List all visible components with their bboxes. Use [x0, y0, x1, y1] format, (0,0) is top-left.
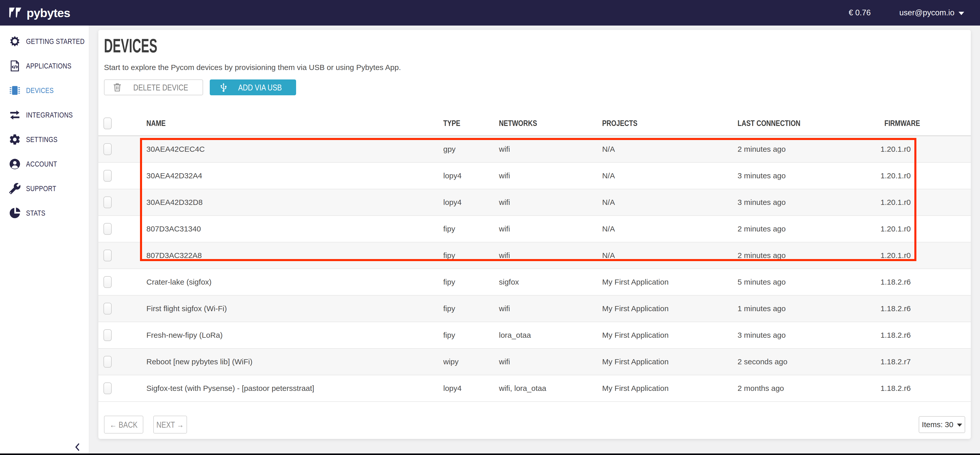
items-per-page-dropdown[interactable]: Items: 30 — [919, 416, 965, 433]
cell-last-connection: 2 minutes ago — [732, 145, 875, 154]
sidebar-item-settings[interactable]: SETTINGS — [0, 127, 89, 152]
pagination-bar: ← BACK NEXT → Items: 30 — [104, 416, 965, 434]
cell-projects: N/A — [597, 145, 732, 154]
cell-name: 30AEA42CEC4C — [141, 145, 438, 154]
column-header-type: TYPE — [438, 119, 494, 128]
sidebar-item-integrations[interactable]: INTEGRATIONS — [0, 103, 89, 127]
bottom-edge-strip — [0, 453, 980, 455]
user-menu[interactable]: user@pycom.io — [899, 8, 964, 18]
table-row[interactable]: 30AEA42CEC4C gpy wifi N/A 2 minutes ago … — [99, 136, 971, 163]
chevron-down-icon — [959, 12, 964, 15]
row-checkbox[interactable] — [103, 276, 111, 288]
actions-bar: DELETE DEVICE ADD VIA USB — [104, 80, 971, 95]
cell-type: fipy — [438, 251, 494, 260]
cell-name: Fresh-new-fipy (LoRa) — [141, 331, 438, 339]
cell-networks: wifi — [494, 304, 597, 313]
row-checkbox[interactable] — [103, 382, 111, 394]
chip-icon — [9, 84, 21, 97]
cell-name: First flight sigfox (Wi-Fi) — [141, 304, 438, 313]
select-all-checkbox[interactable] — [103, 118, 111, 129]
cell-projects: My First Application — [597, 357, 732, 366]
table-row[interactable]: Crater-lake (sigfox) fipy sigfox My Firs… — [99, 269, 971, 296]
table-row[interactable]: 30AEA42D32D8 lopy4 wifi N/A 3 minutes ag… — [99, 189, 971, 216]
row-checkbox[interactable] — [103, 329, 111, 341]
delete-device-button[interactable]: DELETE DEVICE — [104, 80, 203, 95]
back-button[interactable]: ← BACK — [104, 416, 143, 434]
row-checkbox[interactable] — [103, 223, 111, 235]
cell-type: wipy — [438, 357, 494, 366]
table-row[interactable]: 807D3AC322A8 fipy wifi N/A 2 minutes ago… — [99, 242, 971, 269]
cell-networks: wifi, lora_otaa — [494, 384, 597, 393]
sidebar-item-label: STATS — [26, 209, 46, 217]
cell-last-connection: 3 minutes ago — [732, 198, 875, 207]
sidebar-item-stats[interactable]: STATS — [0, 201, 89, 225]
sun-icon — [9, 35, 21, 48]
cell-networks: wifi — [494, 357, 597, 366]
cell-firmware: 1.20.1.r0 — [875, 251, 971, 260]
cell-firmware: 1.18.2.r6 — [875, 304, 971, 313]
sidebar-item-label: ACCOUNT — [26, 160, 57, 169]
cell-last-connection: 2 minutes ago — [732, 224, 875, 233]
sidebar-item-support[interactable]: SUPPORT — [0, 176, 89, 201]
account-balance[interactable]: € 0.76 — [849, 8, 871, 18]
add-via-usb-button[interactable]: ADD VIA USB — [210, 80, 296, 95]
user-email: user@pycom.io — [899, 8, 955, 18]
table-row[interactable]: Reboot [new pybytes lib] (WiFi) wipy wif… — [99, 349, 971, 375]
cell-firmware: 1.20.1.r0 — [875, 172, 971, 180]
table-row[interactable]: 807D3AC31340 fipy wifi N/A 2 minutes ago… — [99, 216, 971, 242]
cell-firmware: 1.20.1.r0 — [875, 198, 971, 207]
pybytes-logo-text: pybytes — [27, 6, 70, 20]
row-checkbox[interactable] — [103, 356, 111, 368]
main-content: DEVICES Start to explore the Pycom devic… — [89, 25, 980, 453]
sidebar-item-label: APPLICATIONS — [26, 62, 72, 70]
cell-networks: lora_otaa — [494, 331, 597, 339]
cell-projects: N/A — [597, 224, 732, 233]
sidebar-item-devices[interactable]: DEVICES — [0, 78, 89, 103]
pybytes-logo[interactable]: pybytes — [9, 6, 70, 20]
cell-networks: wifi — [494, 251, 597, 260]
cell-projects: My First Application — [597, 278, 732, 286]
cell-firmware: 1.18.2.r6 — [875, 331, 971, 339]
code-icon — [9, 60, 21, 72]
cell-projects: N/A — [597, 251, 732, 260]
cell-projects: My First Application — [597, 384, 732, 393]
cell-firmware: 1.20.1.r0 — [875, 145, 971, 154]
cell-networks: wifi — [494, 198, 597, 207]
cell-firmware: 1.18.2.r6 — [875, 384, 971, 393]
swap-icon — [9, 109, 21, 121]
wrench-icon — [9, 182, 21, 195]
table-row[interactable]: Fresh-new-fipy (LoRa) fipy lora_otaa My … — [99, 322, 971, 349]
table-row[interactable]: Sigfox-test (with Pysense) - [pastoor pe… — [99, 375, 971, 402]
sidebar: GETTING STARTED APPLICATIONS DEVICES INT… — [0, 25, 89, 453]
cell-networks: wifi — [494, 172, 597, 180]
column-header-networks: NETWORKS — [494, 119, 597, 128]
sidebar-item-applications[interactable]: APPLICATIONS — [0, 54, 89, 78]
cell-type: lopy4 — [438, 384, 494, 393]
chevron-left-icon — [72, 441, 83, 453]
cell-type: fipy — [438, 331, 494, 339]
topbar: pybytes € 0.76 user@pycom.io — [0, 0, 980, 25]
usb-icon — [218, 82, 229, 92]
cell-last-connection: 1 minutes ago — [732, 304, 875, 313]
cell-name: 807D3AC322A8 — [141, 251, 438, 260]
row-checkbox[interactable] — [103, 143, 111, 155]
sidebar-item-getting-started[interactable]: GETTING STARTED — [0, 29, 89, 54]
row-checkbox[interactable] — [103, 170, 111, 181]
cell-last-connection: 2 minutes ago — [732, 251, 875, 260]
row-checkbox[interactable] — [103, 303, 111, 315]
cell-networks: wifi — [494, 145, 597, 154]
sidebar-item-account[interactable]: ACCOUNT — [0, 152, 89, 176]
cell-name: Crater-lake (sigfox) — [141, 278, 438, 286]
cell-last-connection: 3 minutes ago — [732, 172, 875, 180]
cell-name: Sigfox-test (with Pysense) - [pastoor pe… — [141, 384, 438, 393]
cell-networks: sigfox — [494, 278, 597, 286]
row-checkbox[interactable] — [103, 196, 111, 208]
next-button[interactable]: NEXT → — [153, 416, 187, 434]
row-checkbox[interactable] — [103, 250, 111, 261]
devices-card: DEVICES Start to explore the Pycom devic… — [99, 30, 971, 439]
table-row[interactable]: First flight sigfox (Wi-Fi) fipy wifi My… — [99, 296, 971, 322]
sidebar-item-label: INTEGRATIONS — [26, 111, 73, 119]
table-row[interactable]: 30AEA42D32A4 lopy4 wifi N/A 3 minutes ag… — [99, 163, 971, 189]
sidebar-collapse-button[interactable] — [72, 441, 83, 453]
pie-icon — [9, 207, 21, 219]
